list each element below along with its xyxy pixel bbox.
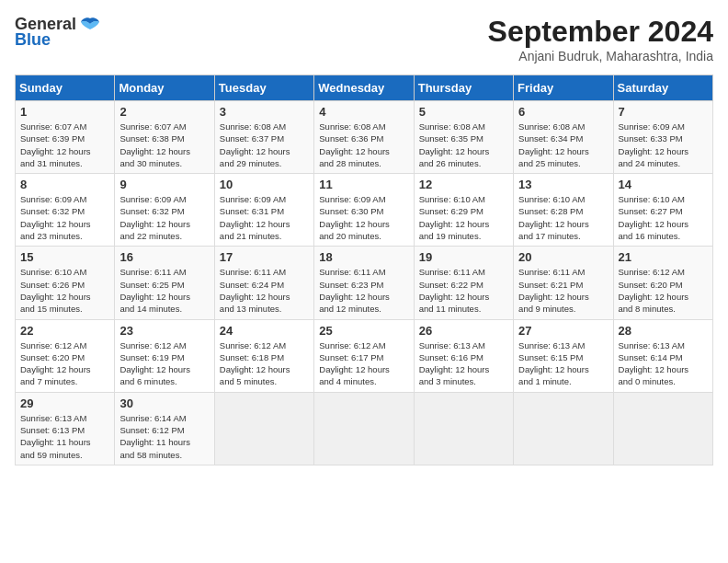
day-number: 7 <box>619 105 708 119</box>
day-number: 20 <box>518 250 608 264</box>
logo-bird-icon <box>80 17 100 33</box>
cell-info: Sunrise: 6:11 AMSunset: 6:25 PMDaylight:… <box>119 267 190 314</box>
cell-info: Sunrise: 6:12 AMSunset: 6:17 PMDaylight:… <box>319 340 390 387</box>
cell-info: Sunrise: 6:13 AMSunset: 6:14 PMDaylight:… <box>619 340 689 387</box>
day-number: 25 <box>319 324 408 338</box>
cell-info: Sunrise: 6:13 AMSunset: 6:13 PMDaylight:… <box>20 413 91 460</box>
day-number: 4 <box>319 105 408 119</box>
calendar-cell: 30 Sunrise: 6:14 AMSunset: 6:12 PMDaylig… <box>115 392 214 465</box>
cell-info: Sunrise: 6:09 AMSunset: 6:33 PMDaylight:… <box>619 121 689 168</box>
calendar-body: 1 Sunrise: 6:07 AMSunset: 6:39 PMDayligh… <box>16 101 713 465</box>
day-number: 30 <box>119 396 209 410</box>
day-number: 29 <box>20 396 109 410</box>
calendar-cell <box>414 392 513 465</box>
day-number: 19 <box>419 250 508 264</box>
cell-info: Sunrise: 6:10 AMSunset: 6:28 PMDaylight:… <box>518 194 589 241</box>
calendar-cell: 8 Sunrise: 6:09 AMSunset: 6:32 PMDayligh… <box>16 174 115 247</box>
calendar-cell <box>514 392 613 465</box>
cell-info: Sunrise: 6:14 AMSunset: 6:12 PMDaylight:… <box>119 413 190 460</box>
column-header-sunday: Sunday <box>16 75 115 101</box>
calendar-header-row: SundayMondayTuesdayWednesdayThursdayFrid… <box>16 75 713 101</box>
day-number: 26 <box>419 324 508 338</box>
calendar-week-2: 8 Sunrise: 6:09 AMSunset: 6:32 PMDayligh… <box>16 174 713 247</box>
calendar-week-4: 22 Sunrise: 6:12 AMSunset: 6:20 PMDaylig… <box>16 319 713 392</box>
calendar-cell: 26 Sunrise: 6:13 AMSunset: 6:16 PMDaylig… <box>414 319 513 392</box>
day-number: 1 <box>20 105 109 119</box>
calendar-cell: 12 Sunrise: 6:10 AMSunset: 6:29 PMDaylig… <box>414 174 513 247</box>
calendar-cell <box>214 392 313 465</box>
cell-info: Sunrise: 6:08 AMSunset: 6:37 PMDaylight:… <box>220 121 290 168</box>
cell-info: Sunrise: 6:09 AMSunset: 6:30 PMDaylight:… <box>319 194 390 241</box>
calendar-cell: 4 Sunrise: 6:08 AMSunset: 6:36 PMDayligh… <box>314 101 414 174</box>
calendar-cell: 25 Sunrise: 6:12 AMSunset: 6:17 PMDaylig… <box>314 319 414 392</box>
calendar-cell: 10 Sunrise: 6:09 AMSunset: 6:31 PMDaylig… <box>214 174 313 247</box>
logo: General Blue <box>15 15 100 50</box>
calendar-cell: 27 Sunrise: 6:13 AMSunset: 6:15 PMDaylig… <box>514 319 613 392</box>
calendar-cell: 29 Sunrise: 6:13 AMSunset: 6:13 PMDaylig… <box>16 392 115 465</box>
calendar-cell: 6 Sunrise: 6:08 AMSunset: 6:34 PMDayligh… <box>514 101 613 174</box>
column-header-tuesday: Tuesday <box>214 75 313 101</box>
day-number: 17 <box>220 250 309 264</box>
day-number: 14 <box>619 178 708 191</box>
cell-info: Sunrise: 6:09 AMSunset: 6:31 PMDaylight:… <box>220 194 290 241</box>
calendar-cell: 1 Sunrise: 6:07 AMSunset: 6:39 PMDayligh… <box>16 101 115 174</box>
cell-info: Sunrise: 6:09 AMSunset: 6:32 PMDaylight:… <box>119 194 190 241</box>
calendar-cell: 28 Sunrise: 6:13 AMSunset: 6:14 PMDaylig… <box>613 319 712 392</box>
cell-info: Sunrise: 6:10 AMSunset: 6:26 PMDaylight:… <box>20 267 91 314</box>
cell-info: Sunrise: 6:12 AMSunset: 6:20 PMDaylight:… <box>20 340 91 387</box>
column-header-monday: Monday <box>115 75 214 101</box>
cell-info: Sunrise: 6:12 AMSunset: 6:19 PMDaylight:… <box>119 340 190 387</box>
cell-info: Sunrise: 6:11 AMSunset: 6:23 PMDaylight:… <box>319 267 390 314</box>
day-number: 28 <box>619 324 708 338</box>
cell-info: Sunrise: 6:10 AMSunset: 6:27 PMDaylight:… <box>619 194 689 241</box>
calendar-cell: 16 Sunrise: 6:11 AMSunset: 6:25 PMDaylig… <box>115 247 214 319</box>
column-header-friday: Friday <box>514 75 613 101</box>
day-number: 15 <box>20 250 109 264</box>
calendar-cell: 21 Sunrise: 6:12 AMSunset: 6:20 PMDaylig… <box>613 247 712 319</box>
day-number: 18 <box>319 250 408 264</box>
day-number: 12 <box>419 178 508 191</box>
calendar-cell: 14 Sunrise: 6:10 AMSunset: 6:27 PMDaylig… <box>613 174 712 247</box>
calendar-cell: 20 Sunrise: 6:11 AMSunset: 6:21 PMDaylig… <box>514 247 613 319</box>
calendar-cell: 18 Sunrise: 6:11 AMSunset: 6:23 PMDaylig… <box>314 247 414 319</box>
logo-blue: Blue <box>15 30 51 50</box>
cell-info: Sunrise: 6:09 AMSunset: 6:32 PMDaylight:… <box>20 194 91 241</box>
calendar-cell: 23 Sunrise: 6:12 AMSunset: 6:19 PMDaylig… <box>115 319 214 392</box>
day-number: 16 <box>119 250 209 264</box>
day-number: 24 <box>220 324 309 338</box>
cell-info: Sunrise: 6:07 AMSunset: 6:38 PMDaylight:… <box>119 121 190 168</box>
cell-info: Sunrise: 6:12 AMSunset: 6:18 PMDaylight:… <box>220 340 290 387</box>
calendar-cell <box>613 392 712 465</box>
day-number: 2 <box>119 105 209 119</box>
calendar-week-5: 29 Sunrise: 6:13 AMSunset: 6:13 PMDaylig… <box>16 392 713 465</box>
calendar-cell: 22 Sunrise: 6:12 AMSunset: 6:20 PMDaylig… <box>16 319 115 392</box>
calendar-cell: 7 Sunrise: 6:09 AMSunset: 6:33 PMDayligh… <box>613 101 712 174</box>
calendar-cell: 11 Sunrise: 6:09 AMSunset: 6:30 PMDaylig… <box>314 174 414 247</box>
calendar-week-1: 1 Sunrise: 6:07 AMSunset: 6:39 PMDayligh… <box>16 101 713 174</box>
cell-info: Sunrise: 6:11 AMSunset: 6:21 PMDaylight:… <box>518 267 589 314</box>
column-header-saturday: Saturday <box>613 75 712 101</box>
cell-info: Sunrise: 6:11 AMSunset: 6:22 PMDaylight:… <box>419 267 490 314</box>
day-number: 21 <box>619 250 708 264</box>
location-title: Anjani Budruk, Maharashtra, India <box>488 49 713 63</box>
calendar: SundayMondayTuesdayWednesdayThursdayFrid… <box>15 75 713 465</box>
calendar-cell: 2 Sunrise: 6:07 AMSunset: 6:38 PMDayligh… <box>115 101 214 174</box>
day-number: 11 <box>319 178 408 191</box>
cell-info: Sunrise: 6:08 AMSunset: 6:35 PMDaylight:… <box>419 121 490 168</box>
cell-info: Sunrise: 6:12 AMSunset: 6:20 PMDaylight:… <box>619 267 689 314</box>
calendar-cell: 3 Sunrise: 6:08 AMSunset: 6:37 PMDayligh… <box>214 101 313 174</box>
day-number: 6 <box>518 105 608 119</box>
day-number: 13 <box>518 178 608 191</box>
day-number: 22 <box>20 324 109 338</box>
cell-info: Sunrise: 6:13 AMSunset: 6:16 PMDaylight:… <box>419 340 490 387</box>
cell-info: Sunrise: 6:13 AMSunset: 6:15 PMDaylight:… <box>518 340 589 387</box>
day-number: 5 <box>419 105 508 119</box>
calendar-cell: 19 Sunrise: 6:11 AMSunset: 6:22 PMDaylig… <box>414 247 513 319</box>
calendar-cell: 15 Sunrise: 6:10 AMSunset: 6:26 PMDaylig… <box>16 247 115 319</box>
cell-info: Sunrise: 6:11 AMSunset: 6:24 PMDaylight:… <box>220 267 290 314</box>
cell-info: Sunrise: 6:10 AMSunset: 6:29 PMDaylight:… <box>419 194 490 241</box>
day-number: 9 <box>119 178 209 191</box>
calendar-cell: 13 Sunrise: 6:10 AMSunset: 6:28 PMDaylig… <box>514 174 613 247</box>
day-number: 8 <box>20 178 109 191</box>
day-number: 3 <box>220 105 309 119</box>
